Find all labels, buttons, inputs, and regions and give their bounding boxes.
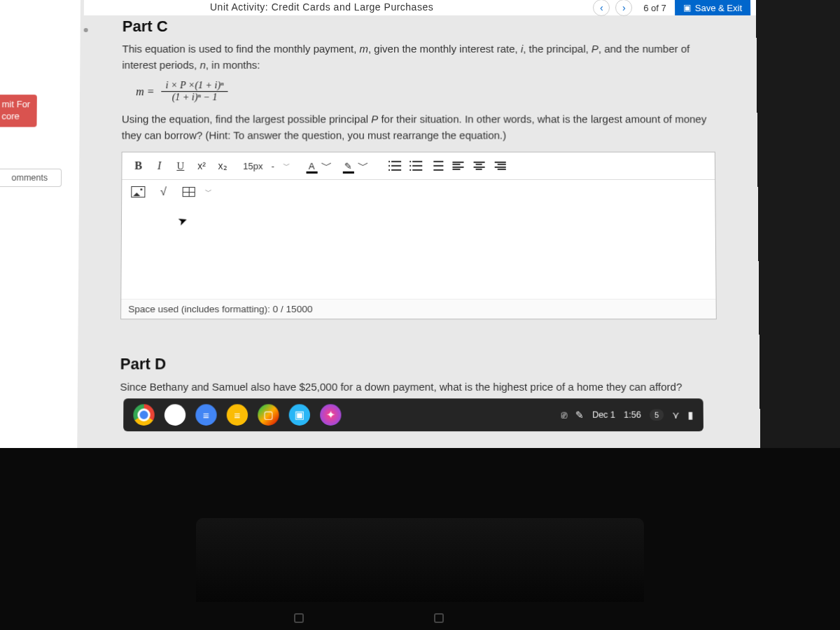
bullet-icon bbox=[84, 28, 88, 32]
align-left-icon bbox=[452, 162, 463, 170]
text-color-button[interactable]: A bbox=[304, 161, 319, 173]
page-indicator: 6 of 7 bbox=[643, 2, 666, 13]
editor-toolbar-row2: √ ﹀ bbox=[122, 180, 715, 206]
highlight-color-button[interactable]: ✎ bbox=[340, 161, 356, 173]
submit-for-score-button[interactable]: mit For core bbox=[0, 94, 37, 127]
chevron-down-icon: ﹀ bbox=[283, 161, 290, 171]
highlight-swatch bbox=[342, 171, 354, 173]
align-center-icon bbox=[473, 162, 484, 170]
subscript-button[interactable]: x₂ bbox=[214, 157, 232, 175]
part-c-title: Part C bbox=[122, 18, 715, 36]
editor-toolbar: B I U x² x₂ 15px - ﹀ A ﹀ bbox=[122, 153, 715, 180]
align-center-button[interactable] bbox=[470, 157, 488, 175]
exit-icon: ▣ bbox=[683, 3, 691, 13]
system-tray[interactable]: ⎚ ✎ Dec 1 1:56 5 ⋎ ▮ bbox=[561, 410, 694, 421]
table-icon bbox=[183, 187, 195, 197]
indent-icon bbox=[430, 161, 443, 171]
docs-app-icon[interactable]: ≡ bbox=[195, 404, 216, 426]
submit-line2: core bbox=[1, 111, 30, 122]
chrome-app-icon[interactable] bbox=[133, 404, 154, 426]
rich-text-editor: B I U x² x₂ 15px - ﹀ A ﹀ bbox=[120, 152, 717, 320]
tray-date: Dec 1 bbox=[592, 410, 615, 420]
part-c-intro: This equation is used to find the monthl… bbox=[122, 41, 715, 73]
meet-app-icon[interactable]: ▢ bbox=[258, 404, 279, 426]
keyboard-silhouette bbox=[196, 518, 644, 602]
laptop-bezel bbox=[0, 448, 840, 630]
keep-app-icon[interactable]: ≡ bbox=[227, 404, 248, 426]
bold-button[interactable]: B bbox=[129, 157, 147, 175]
insert-table-button[interactable] bbox=[180, 183, 198, 201]
part-d-title: Part D bbox=[120, 355, 718, 373]
italic-button[interactable]: I bbox=[150, 157, 169, 175]
superscript-button[interactable]: x² bbox=[192, 157, 211, 175]
space-used-label: Space used (includes formatting): 0 / 15… bbox=[121, 299, 716, 318]
text-color-letter: A bbox=[309, 161, 315, 170]
battery-icon[interactable]: ▮ bbox=[687, 410, 693, 421]
submit-line1: mit For bbox=[2, 99, 31, 111]
part-d-text: Since Bethany and Samuel also have $25,0… bbox=[120, 379, 717, 396]
align-right-button[interactable] bbox=[491, 157, 509, 175]
breadcrumb: Unit Activity: Credit Cards and Large Pu… bbox=[210, 1, 433, 13]
key-icon bbox=[434, 613, 444, 623]
chevron-down-icon[interactable]: ﹀ bbox=[321, 158, 332, 173]
underline-button[interactable]: U bbox=[172, 157, 190, 175]
chevron-left-icon: ‹ bbox=[600, 2, 603, 13]
align-right-icon bbox=[494, 162, 505, 170]
chevron-right-icon: › bbox=[622, 2, 626, 13]
font-size-select[interactable]: 15px - ﹀ bbox=[240, 159, 293, 172]
dash-icon: - bbox=[272, 160, 274, 171]
numbered-list-icon bbox=[410, 161, 422, 171]
tray-time: 1:56 bbox=[624, 410, 641, 420]
bullet-list-button[interactable] bbox=[386, 157, 404, 175]
highlight-icon: ✎ bbox=[344, 161, 352, 170]
wifi-icon[interactable]: ⋎ bbox=[672, 410, 679, 421]
part-c-prompt: Using the equation, find the largest pos… bbox=[122, 111, 715, 143]
os-shelf: M ≡ ≡ ▢ ▣ ✦ ⎚ ✎ Dec 1 1:56 5 ⋎ ▮ bbox=[123, 398, 704, 431]
app-icon[interactable]: ✦ bbox=[320, 404, 341, 426]
chevron-down-icon[interactable]: ﹀ bbox=[357, 158, 368, 173]
gmail-app-icon[interactable]: M bbox=[164, 404, 186, 426]
font-size-value: 15px bbox=[243, 160, 262, 171]
prev-page-button[interactable]: ‹ bbox=[593, 0, 610, 16]
next-page-button[interactable]: › bbox=[615, 0, 632, 16]
bullet-list-icon bbox=[388, 161, 401, 171]
cast-icon[interactable]: ⎚ bbox=[561, 410, 567, 421]
chevron-down-icon[interactable]: ﹀ bbox=[205, 187, 212, 197]
text-color-swatch bbox=[306, 171, 317, 173]
files-app-icon[interactable]: ▣ bbox=[289, 404, 310, 426]
align-left-button[interactable] bbox=[449, 157, 467, 175]
image-icon bbox=[131, 186, 145, 197]
notification-badge[interactable]: 5 bbox=[650, 410, 664, 421]
editor-textarea[interactable]: ➤ bbox=[121, 206, 715, 299]
save-exit-button[interactable]: ▣ Save & Exit bbox=[675, 0, 750, 15]
indent-button[interactable] bbox=[428, 157, 446, 175]
numbered-list-button[interactable] bbox=[407, 157, 425, 175]
stylus-icon[interactable]: ✎ bbox=[575, 410, 584, 421]
insert-image-button[interactable] bbox=[129, 183, 147, 201]
equation-button[interactable]: √ bbox=[154, 183, 172, 201]
equation: m = i × P ×(1 + i)ⁿ (1 + i)ⁿ − 1 bbox=[136, 80, 715, 103]
key-icon bbox=[294, 613, 304, 623]
save-exit-label: Save & Exit bbox=[695, 2, 742, 13]
cursor-icon: ➤ bbox=[176, 213, 190, 229]
comments-tab[interactable]: omments bbox=[0, 169, 62, 187]
